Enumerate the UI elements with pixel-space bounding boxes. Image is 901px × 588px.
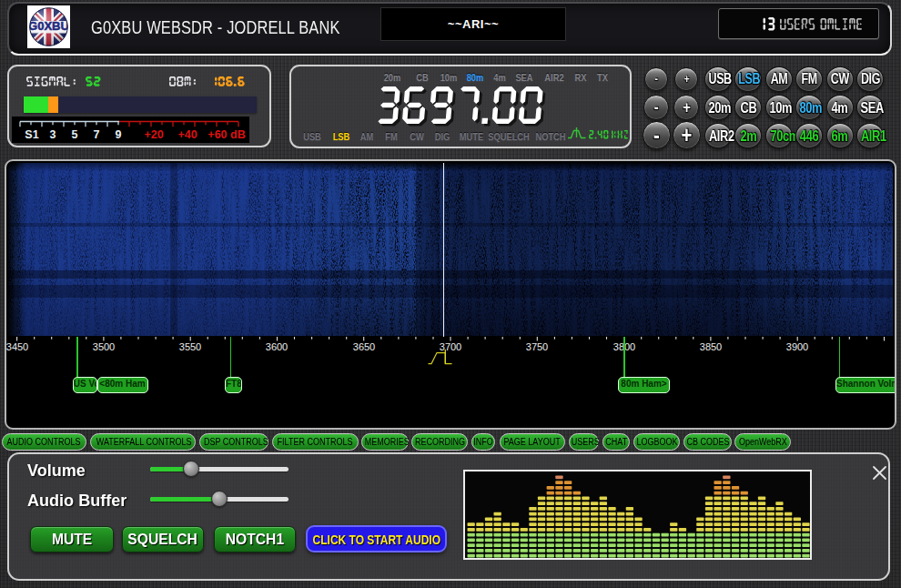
svg-text:G0XBU: G0XBU (28, 19, 69, 33)
